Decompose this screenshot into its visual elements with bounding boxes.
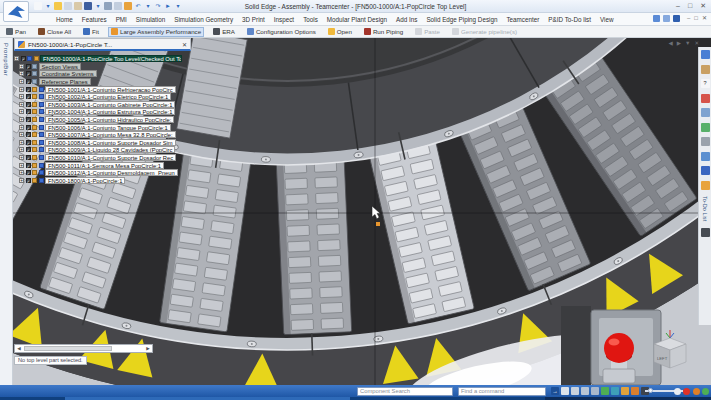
- record-status-icon[interactable]: [683, 388, 690, 395]
- copy-panel-icon[interactable]: [701, 50, 710, 59]
- scroll-right-icon[interactable]: ▶: [144, 346, 152, 351]
- row-checkbox[interactable]: [21, 56, 26, 61]
- ribbon-tab[interactable]: Solid Edge Piping Design: [426, 16, 497, 23]
- expand-toggle-icon[interactable]: [19, 155, 24, 160]
- settings-icon[interactable]: [701, 166, 710, 175]
- close-icon[interactable]: ✕: [700, 2, 706, 10]
- ribbon-tab[interactable]: Inspect: [274, 16, 294, 23]
- prev-view-icon[interactable]: ◀: [668, 40, 672, 46]
- expand-toggle-icon[interactable]: [19, 117, 24, 122]
- select-arrow-icon[interactable]: ►: [164, 2, 172, 10]
- ribbon-tab[interactable]: P&ID To-Do list: [548, 16, 591, 23]
- row-checkbox[interactable]: [26, 125, 31, 130]
- alert-status-icon[interactable]: [693, 388, 700, 395]
- named-views-icon[interactable]: [621, 387, 629, 395]
- pathfinder-scrollbar[interactable]: ◀ ▶: [14, 344, 153, 353]
- row-checkbox[interactable]: [26, 64, 31, 69]
- color-manager-icon[interactable]: [701, 123, 710, 132]
- tree-row[interactable]: FN500-1005/A:1-Conjunto Hidraulico PopCi…: [14, 116, 190, 124]
- toolbar-button[interactable]: Close All: [35, 27, 74, 37]
- zoom-slider-knob[interactable]: [648, 388, 653, 393]
- toolbar-button[interactable]: Fit: [80, 27, 102, 37]
- scroll-left-icon[interactable]: ◀: [15, 346, 23, 351]
- properties-icon[interactable]: [124, 2, 132, 10]
- ribbon-tab[interactable]: View: [600, 16, 614, 23]
- tree-row[interactable]: FN500-1800/A:1-PopCircle:1: [14, 177, 190, 185]
- toolbar-button[interactable]: ERA: [210, 27, 238, 37]
- library-icon[interactable]: [701, 65, 710, 74]
- next-view-icon[interactable]: ▶: [677, 40, 681, 46]
- save-icon[interactable]: [84, 2, 92, 10]
- toolbar-button[interactable]: Generate pipeline(s): [449, 27, 520, 37]
- ribbon-tab[interactable]: 3D Print: [242, 16, 265, 23]
- presence-status-icon[interactable]: [702, 388, 709, 395]
- expand-toggle-icon[interactable]: [19, 132, 24, 137]
- tree-row[interactable]: FN500-1010/A:1-Conjunto Suporte Dosador …: [14, 154, 190, 162]
- expand-toggle-icon[interactable]: [19, 125, 24, 130]
- ribbon-tab[interactable]: Simulation: [136, 16, 165, 23]
- tree-row[interactable]: FN500-1002/A:1-Conjunto Eletrico PopCirc…: [14, 93, 190, 101]
- new-document-icon[interactable]: [34, 2, 42, 10]
- open-document-icon[interactable]: [54, 2, 62, 10]
- ribbon-tab[interactable]: Simulation Geometry: [174, 16, 233, 23]
- row-checkbox[interactable]: [26, 140, 31, 145]
- close-view-icon[interactable]: ✕: [694, 40, 699, 46]
- toolbar-button[interactable]: Configuration Options: [244, 27, 319, 37]
- ribbon-tab[interactable]: Add Ins: [396, 16, 417, 23]
- row-checkbox[interactable]: [26, 163, 31, 168]
- tree-row[interactable]: FN500-1008/A:1-Conjunto Suporte Dosador …: [14, 139, 190, 147]
- row-checkbox[interactable]: [26, 117, 31, 122]
- minimize-doc-icon[interactable]: –: [687, 15, 690, 22]
- undo-dropdown-icon[interactable]: ▾: [144, 2, 152, 10]
- refresh-view-icon[interactable]: [601, 387, 609, 395]
- toolbar-button[interactable]: Run Piping: [361, 27, 406, 37]
- tree-row[interactable]: Section Views: [14, 63, 190, 71]
- expand-toggle-icon[interactable]: [19, 102, 24, 107]
- row-checkbox[interactable]: [26, 102, 31, 107]
- row-checkbox[interactable]: [26, 155, 31, 160]
- apps-icon[interactable]: [701, 94, 710, 103]
- screen-color-icon[interactable]: [674, 388, 681, 395]
- help-panel-icon[interactable]: [673, 15, 680, 22]
- tree-row[interactable]: FN500-1006/A:1-Conjunto Tanque PopCircle…: [14, 123, 190, 131]
- tree-row[interactable]: FN500-1009/A:1-Liquido 28 Cavidades (Pop…: [14, 146, 190, 154]
- expand-toggle-icon[interactable]: [19, 94, 24, 99]
- view-styles-icon[interactable]: [631, 387, 639, 395]
- paste-icon[interactable]: [74, 2, 82, 10]
- tree-row[interactable]: FN500-1007/A:1-Conjunto Mesa 32.8 PopCir…: [14, 131, 190, 139]
- ribbon-tab[interactable]: Modular Plant Design: [327, 16, 387, 23]
- pathfinder-tab[interactable]: FN500-1000/A:1-PopCircle T... ✕: [14, 38, 191, 51]
- ribbon-tab[interactable]: Features: [82, 16, 107, 23]
- expand-toggle-icon[interactable]: [14, 56, 19, 61]
- tree-row[interactable]: Reference Planes: [14, 78, 190, 86]
- row-checkbox[interactable]: [26, 87, 31, 92]
- close-doc-icon[interactable]: ✕: [702, 15, 707, 22]
- new-dropdown-icon[interactable]: ▾: [44, 2, 52, 10]
- expand-toggle-icon[interactable]: [19, 170, 24, 175]
- expand-toggle-icon[interactable]: [19, 87, 24, 92]
- tree-row[interactable]: FN500-1001/A:1-Conjunto Refrigeracao Pop…: [14, 85, 190, 93]
- row-checkbox[interactable]: [26, 170, 31, 175]
- undo-icon[interactable]: ↶: [134, 2, 142, 10]
- tree-row[interactable]: FN500-1004/A:1-Conjunto Estrutura PopCir…: [14, 108, 190, 116]
- zoom-search-icon[interactable]: [571, 387, 579, 395]
- row-checkbox[interactable]: [26, 109, 31, 114]
- ribbon-tab[interactable]: Home: [56, 16, 73, 23]
- tree-row[interactable]: FN500-1011/A:1-Sensora Mesa PopCircle:1: [14, 161, 190, 169]
- row-checkbox[interactable]: [26, 132, 31, 137]
- copy-icon[interactable]: [64, 2, 72, 10]
- image-viewer-icon[interactable]: [701, 152, 710, 161]
- row-checkbox[interactable]: [26, 71, 31, 76]
- link-icon[interactable]: [701, 137, 710, 146]
- tree-row[interactable]: FN500-1012/A:1-Conjunto Desmoldagem_Pneu…: [14, 169, 190, 177]
- save-dropdown-icon[interactable]: ▾: [94, 2, 102, 10]
- ribbon-tab[interactable]: PMI: [116, 16, 127, 23]
- expand-toggle-icon[interactable]: [19, 71, 24, 76]
- row-checkbox[interactable]: [26, 79, 31, 84]
- row-checkbox[interactable]: [26, 94, 31, 99]
- expand-toggle-icon[interactable]: [19, 109, 24, 114]
- scrollbar-thumb[interactable]: [24, 346, 112, 351]
- close-tab-icon[interactable]: ✕: [182, 41, 187, 48]
- restore-doc-icon[interactable]: □: [694, 15, 698, 22]
- sync-view-icon[interactable]: [611, 387, 619, 395]
